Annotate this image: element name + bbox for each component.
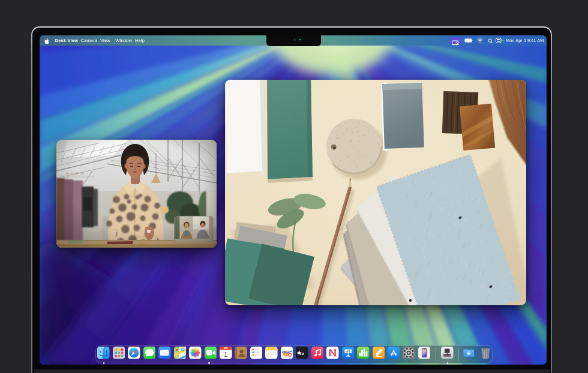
svg-text:1: 1: [224, 351, 227, 358]
svg-text:APR: APR: [224, 348, 229, 350]
svg-text:tv: tv: [300, 351, 305, 356]
